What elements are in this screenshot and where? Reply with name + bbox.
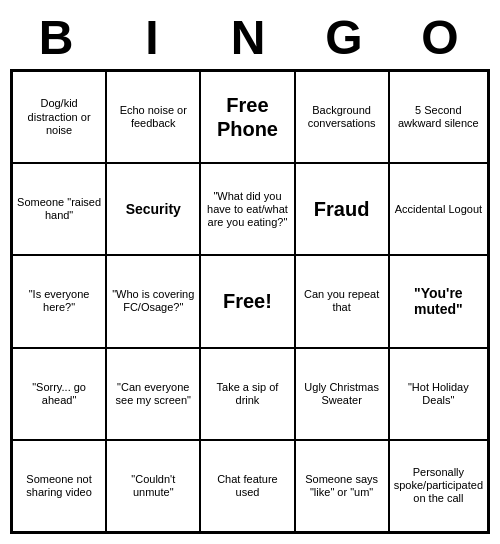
- bingo-cell-r5c2: "Couldn't unmute": [106, 440, 200, 532]
- bingo-cell-r5c1: Someone not sharing video: [12, 440, 106, 532]
- bingo-cell-r5c3: Chat feature used: [200, 440, 294, 532]
- bingo-cell-r3c1: "Is everyone here?": [12, 255, 106, 347]
- bingo-grid: Dog/kid distraction or noiseEcho noise o…: [10, 69, 490, 534]
- bingo-cell-r2c1: Someone "raised hand": [12, 163, 106, 255]
- bingo-cell-r1c2: Echo noise or feedback: [106, 71, 200, 163]
- title-b: B: [10, 10, 106, 65]
- bingo-cell-r3c5: "You're muted": [389, 255, 488, 347]
- title-g: G: [298, 10, 394, 65]
- bingo-cell-r1c5: 5 Second awkward silence: [389, 71, 488, 163]
- title-n: N: [202, 10, 298, 65]
- bingo-cell-r2c5: Accidental Logout: [389, 163, 488, 255]
- bingo-title: B I N G O: [10, 10, 490, 65]
- bingo-cell-r1c1: Dog/kid distraction or noise: [12, 71, 106, 163]
- bingo-cell-r4c2: "Can everyone see my screen": [106, 348, 200, 440]
- bingo-cell-r4c3: Take a sip of drink: [200, 348, 294, 440]
- bingo-cell-r5c5: Personally spoke/participated on the cal…: [389, 440, 488, 532]
- bingo-cell-r2c3: "What did you have to eat/what are you e…: [200, 163, 294, 255]
- bingo-cell-r1c4: Background conversations: [295, 71, 389, 163]
- bingo-cell-r3c4: Can you repeat that: [295, 255, 389, 347]
- bingo-cell-r1c3: Free Phone: [200, 71, 294, 163]
- title-i: I: [106, 10, 202, 65]
- bingo-cell-r2c2: Security: [106, 163, 200, 255]
- bingo-cell-r3c2: "Who is covering FC/Osage?": [106, 255, 200, 347]
- bingo-cell-r3c3: Free!: [200, 255, 294, 347]
- bingo-cell-r4c5: "Hot Holiday Deals": [389, 348, 488, 440]
- bingo-cell-r4c4: Ugly Christmas Sweater: [295, 348, 389, 440]
- bingo-cell-r4c1: "Sorry... go ahead": [12, 348, 106, 440]
- bingo-cell-r5c4: Someone says "like" or "um": [295, 440, 389, 532]
- bingo-cell-r2c4: Fraud: [295, 163, 389, 255]
- title-o: O: [394, 10, 490, 65]
